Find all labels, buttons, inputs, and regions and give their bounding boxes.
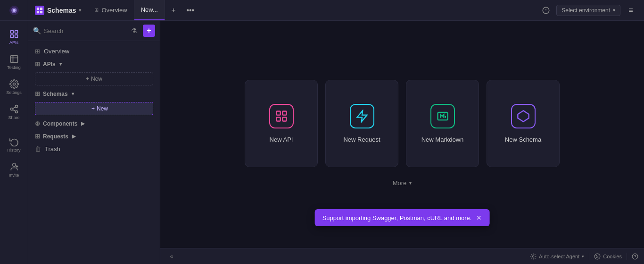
svg-marker-27 xyxy=(357,111,367,121)
toast-close-button[interactable]: ✕ xyxy=(476,214,482,221)
new-items-grid: New API New Request xyxy=(245,80,560,167)
svg-line-19 xyxy=(13,107,16,108)
svg-point-14 xyxy=(13,83,15,85)
agent-icon xyxy=(530,253,537,260)
svg-rect-10 xyxy=(10,31,13,34)
invite-icon xyxy=(9,162,19,171)
notification-button[interactable] xyxy=(539,4,553,17)
sidebar-section-requests[interactable]: ⊞ Requests ▶ xyxy=(28,130,160,143)
schemas-new-plus: + xyxy=(91,105,95,112)
svg-rect-5 xyxy=(37,10,39,13)
collapse-sidebar-button[interactable]: « xyxy=(166,251,177,262)
search-input[interactable] xyxy=(44,27,125,34)
environment-selector[interactable]: Select environment ▾ xyxy=(556,5,620,16)
schema-card-icon xyxy=(511,104,536,128)
nav-share-label: Share xyxy=(8,115,19,120)
agent-selector[interactable]: Auto-select Agent ▾ xyxy=(530,253,584,260)
bottom-bar: « Auto-select Agent ▾ Cookies xyxy=(160,248,644,264)
svg-rect-13 xyxy=(15,35,17,38)
svg-point-35 xyxy=(597,257,597,257)
svg-point-31 xyxy=(532,255,534,257)
components-icon: ⊛ xyxy=(35,120,40,127)
schemas-icon: ⊞ xyxy=(35,90,40,97)
cookies-label: Cookies xyxy=(603,254,622,259)
trash-label: Trash xyxy=(45,145,60,153)
sidebar-section-schemas[interactable]: ⊞ Schemas ▾ xyxy=(28,87,160,100)
schemas-new-button[interactable]: + New xyxy=(35,102,153,115)
workspace-selector[interactable]: Schemas ▾ xyxy=(28,6,88,15)
svg-rect-3 xyxy=(37,7,39,9)
new-schema-label: New Schema xyxy=(505,136,541,143)
tab-new[interactable]: New... xyxy=(134,0,165,20)
nav-invite-label: Invite xyxy=(9,173,19,178)
schemas-new-label: New xyxy=(97,105,108,112)
nav-item-settings[interactable]: Settings xyxy=(2,76,26,99)
more-button[interactable]: More ▾ xyxy=(386,177,419,189)
apis-icon xyxy=(9,29,19,39)
svg-point-16 xyxy=(10,108,13,111)
new-markdown-card[interactable]: New Markdown xyxy=(406,80,479,167)
cookies-button[interactable]: Cookies xyxy=(594,253,622,260)
sidebar-section-components[interactable]: ⊛ Components ▶ xyxy=(28,117,160,130)
api-card-icon xyxy=(269,104,294,128)
more-arrow: ▾ xyxy=(409,180,412,186)
nav-item-invite[interactable]: Invite xyxy=(2,158,26,181)
sidebar-section-apis[interactable]: ⊞ APIs ▾ xyxy=(28,58,160,70)
new-api-card[interactable]: New API xyxy=(245,80,318,167)
tabs-area: ⊞ Overview New... + ••• xyxy=(88,0,533,20)
toast-message: Support importing Swagger, Postman, cURL… xyxy=(322,214,472,221)
nav-item-apis[interactable]: APIs xyxy=(2,26,26,49)
svg-point-2 xyxy=(13,9,16,12)
more-tabs-button[interactable]: ••• xyxy=(182,0,199,20)
main-content: New API New Request xyxy=(160,21,644,264)
help-icon xyxy=(632,253,638,260)
svg-rect-23 xyxy=(276,111,280,115)
testing-icon xyxy=(9,54,19,64)
settings-icon xyxy=(9,79,19,89)
agent-arrow: ▾ xyxy=(582,254,584,259)
requests-label: Requests xyxy=(43,133,68,140)
history-icon xyxy=(9,137,19,146)
nav-item-history[interactable]: History xyxy=(2,133,26,156)
new-api-label: New API xyxy=(270,136,293,143)
new-request-card[interactable]: New Request xyxy=(325,80,398,167)
top-right-controls: Select environment ▾ ≡ xyxy=(533,4,644,17)
workspace-arrow: ▾ xyxy=(79,8,81,13)
agent-label: Auto-select Agent xyxy=(539,254,579,259)
env-label: Select environment xyxy=(561,7,610,14)
new-schema-card[interactable]: New Schema xyxy=(487,80,560,167)
add-tab-button[interactable]: + xyxy=(165,0,182,20)
apis-section-icon: ⊞ xyxy=(35,60,40,68)
filter-button[interactable]: ⚗ xyxy=(128,25,140,37)
sidebar-item-trash[interactable]: 🗑 Trash xyxy=(28,143,160,155)
main-layout: APIs Testing Settings Share xyxy=(0,21,644,264)
overview-label: Overview xyxy=(44,48,69,55)
app-logo xyxy=(0,0,28,20)
env-arrow: ▾ xyxy=(613,8,615,13)
nav-testing-label: Testing xyxy=(7,65,21,70)
svg-point-33 xyxy=(596,255,596,255)
nav-item-share[interactable]: Share xyxy=(2,101,26,124)
search-bar: 🔍 ⚗ + xyxy=(28,21,160,41)
add-new-button[interactable]: + xyxy=(143,25,155,37)
apis-section-label: APIs xyxy=(43,61,56,68)
svg-point-32 xyxy=(594,254,600,259)
sidebar-item-overview[interactable]: ⊞ Overview xyxy=(28,45,160,58)
request-card-icon xyxy=(350,104,374,128)
nav-item-testing[interactable]: Testing xyxy=(2,51,26,74)
apis-new-button[interactable]: + New xyxy=(35,72,153,85)
main-menu-button[interactable]: ≡ xyxy=(624,4,637,17)
requests-arrow: ▶ xyxy=(72,134,76,139)
left-nav: APIs Testing Settings Share xyxy=(0,21,28,264)
svg-rect-6 xyxy=(40,10,42,13)
svg-point-15 xyxy=(15,105,17,108)
tab-overview[interactable]: ⊞ Overview xyxy=(88,0,134,20)
svg-rect-4 xyxy=(40,7,42,9)
more-label: More xyxy=(393,179,407,187)
tab-overview-label: Overview xyxy=(101,7,127,14)
workspace-icon xyxy=(35,6,44,15)
svg-point-17 xyxy=(15,111,17,113)
svg-rect-24 xyxy=(282,111,286,115)
sidebar: 🔍 ⚗ + ⊞ Overview ⊞ APIs ▾ + New ⊞ Schema… xyxy=(28,21,160,264)
help-button[interactable] xyxy=(632,253,638,260)
